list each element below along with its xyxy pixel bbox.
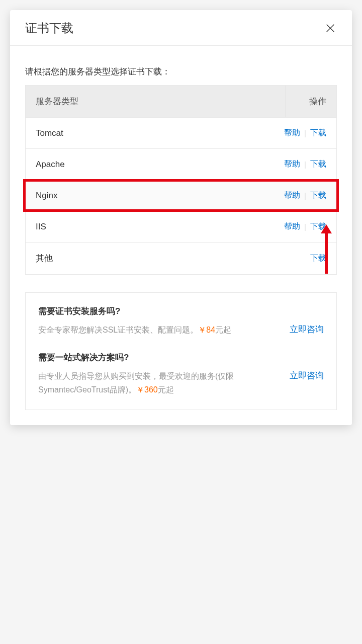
- server-name-apache: Apache: [36, 159, 284, 170]
- divider: |: [304, 222, 306, 231]
- server-name-other: 其他: [36, 253, 310, 264]
- help-link[interactable]: 帮助: [284, 128, 300, 138]
- service-install-price: ￥84: [198, 326, 215, 334]
- instruction-text: 请根据您的服务器类型选择证书下载：: [25, 66, 337, 77]
- service-solution-desc: 由专业人员指导您从购买到安装，最受欢迎的服务(仅限Symantec/GeoTru…: [38, 369, 282, 396]
- certificate-download-modal: 证书下载 请根据您的服务器类型选择证书下载： 服务器类型 操作 Tomcat 帮…: [10, 10, 352, 425]
- service-solution-title: 需要一站式解决方案吗?: [38, 352, 324, 363]
- server-type-table: 服务器类型 操作 Tomcat 帮助 | 下载 Apache 帮助 | 下载: [25, 85, 337, 275]
- row-actions: 帮助 | 下载: [284, 128, 326, 138]
- table-row: IIS 帮助 | 下载: [26, 211, 336, 242]
- divider: |: [304, 160, 306, 169]
- help-link[interactable]: 帮助: [284, 190, 300, 201]
- consult-link[interactable]: 立即咨询: [290, 369, 324, 381]
- server-name-nginx: Nginx: [36, 191, 284, 201]
- service-solution-block: 需要一站式解决方案吗? 由专业人员指导您从购买到安装，最受欢迎的服务(仅限Sym…: [38, 352, 324, 396]
- server-name-iis: IIS: [36, 222, 284, 232]
- divider: |: [304, 129, 306, 137]
- service-install-title: 需要证书安装服务吗?: [38, 305, 324, 317]
- service-desc-row: 安全专家帮您解决SSL证书安装、配置问题。￥84元起 立即咨询: [38, 323, 324, 337]
- table-row: Apache 帮助 | 下载: [26, 148, 336, 180]
- download-link[interactable]: 下载: [310, 159, 326, 170]
- services-box: 需要证书安装服务吗? 安全专家帮您解决SSL证书安装、配置问题。￥84元起 立即…: [25, 292, 337, 410]
- row-actions: 帮助 | 下载: [284, 221, 326, 232]
- service-install-block: 需要证书安装服务吗? 安全专家帮您解决SSL证书安装、配置问题。￥84元起 立即…: [38, 305, 324, 337]
- divider: |: [304, 191, 306, 200]
- service-install-desc: 安全专家帮您解决SSL证书安装、配置问题。￥84元起: [38, 323, 282, 337]
- modal-body: 请根据您的服务器类型选择证书下载： 服务器类型 操作 Tomcat 帮助 | 下…: [10, 46, 352, 425]
- service-desc-row: 由专业人员指导您从购买到安装，最受欢迎的服务(仅限Symantec/GeoTru…: [38, 369, 324, 396]
- service-solution-desc-suffix: 元起: [158, 385, 174, 394]
- table-header-server-type: 服务器类型: [26, 86, 286, 117]
- table-row-highlighted: Nginx 帮助 | 下载: [26, 180, 336, 211]
- download-link[interactable]: 下载: [310, 253, 326, 264]
- download-link[interactable]: 下载: [310, 128, 326, 138]
- service-install-desc-suffix: 元起: [215, 326, 231, 334]
- table-row: Tomcat 帮助 | 下载: [26, 117, 336, 148]
- download-link[interactable]: 下载: [310, 221, 326, 232]
- row-actions: 下载: [310, 253, 326, 264]
- service-install-desc-prefix: 安全专家帮您解决SSL证书安装、配置问题。: [38, 326, 198, 334]
- row-actions: 帮助 | 下载: [284, 190, 326, 201]
- table-header-row: 服务器类型 操作: [26, 86, 336, 117]
- modal-header: 证书下载: [10, 10, 352, 46]
- close-icon[interactable]: [324, 22, 337, 35]
- help-link[interactable]: 帮助: [284, 159, 300, 170]
- help-link[interactable]: 帮助: [284, 221, 300, 232]
- table-header-action: 操作: [286, 86, 336, 117]
- download-link[interactable]: 下载: [310, 190, 326, 201]
- consult-link[interactable]: 立即咨询: [290, 323, 324, 335]
- service-solution-price: ￥360: [136, 385, 158, 394]
- row-actions: 帮助 | 下载: [284, 159, 326, 170]
- modal-title: 证书下载: [25, 20, 73, 36]
- table-row: 其他 下载: [26, 242, 336, 274]
- server-name-tomcat: Tomcat: [36, 128, 284, 138]
